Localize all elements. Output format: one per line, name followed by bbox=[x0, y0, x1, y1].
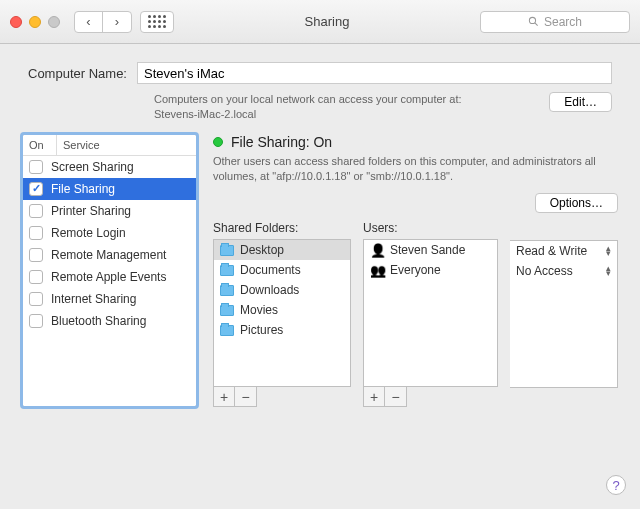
service-row[interactable]: Internet Sharing bbox=[23, 288, 196, 310]
detail-pane: File Sharing: On Other users can access … bbox=[213, 134, 618, 408]
svg-point-0 bbox=[529, 17, 535, 23]
service-checkbox[interactable] bbox=[29, 314, 43, 328]
traffic-lights bbox=[10, 16, 60, 28]
service-label: Remote Management bbox=[51, 248, 166, 262]
folder-row[interactable]: Pictures bbox=[214, 320, 350, 340]
add-folder-button[interactable]: + bbox=[214, 387, 235, 406]
computer-name-subrow: Computers on your local network can acce… bbox=[0, 90, 640, 134]
permission-row[interactable]: Read & Write▴▾ bbox=[510, 241, 617, 261]
computer-name-label: Computer Name: bbox=[28, 66, 127, 81]
search-input[interactable]: Search bbox=[480, 11, 630, 33]
permissions-list[interactable]: Read & Write▴▾No Access▴▾ bbox=[510, 240, 618, 388]
computer-name-description: Computers on your local network can acce… bbox=[154, 92, 535, 122]
service-label: Screen Sharing bbox=[51, 160, 134, 174]
edit-hostname-button[interactable]: Edit… bbox=[549, 92, 612, 112]
close-window-button[interactable] bbox=[10, 16, 22, 28]
service-row[interactable]: Remote Apple Events bbox=[23, 266, 196, 288]
service-row[interactable]: File Sharing bbox=[23, 178, 196, 200]
service-checkbox[interactable] bbox=[29, 182, 43, 196]
services-header-on: On bbox=[23, 135, 57, 155]
users-controls: + − bbox=[363, 387, 407, 407]
service-checkbox[interactable] bbox=[29, 204, 43, 218]
permission-value: No Access bbox=[516, 264, 573, 278]
shared-folders-label: Shared Folders: bbox=[213, 221, 351, 235]
window-titlebar: ‹ › Sharing Search bbox=[0, 0, 640, 44]
group-icon: 👥 bbox=[370, 263, 384, 278]
add-user-button[interactable]: + bbox=[364, 387, 385, 406]
folder-name: Documents bbox=[240, 263, 301, 277]
folder-icon bbox=[220, 245, 234, 256]
permissions-column: Read & Write▴▾No Access▴▾ bbox=[510, 221, 618, 407]
folder-icon bbox=[220, 265, 234, 276]
permission-stepper-icon[interactable]: ▴▾ bbox=[606, 246, 611, 256]
folder-name: Downloads bbox=[240, 283, 299, 297]
status-row: File Sharing: On bbox=[213, 134, 618, 150]
minimize-window-button[interactable] bbox=[29, 16, 41, 28]
user-row[interactable]: 👤Steven Sande bbox=[364, 240, 497, 260]
grid-icon bbox=[148, 15, 166, 28]
window-title: Sharing bbox=[182, 14, 472, 29]
columns: Shared Folders: DesktopDocumentsDownload… bbox=[213, 221, 618, 407]
users-column: Users: 👤Steven Sande👥Everyone + − bbox=[363, 221, 498, 407]
folder-name: Movies bbox=[240, 303, 278, 317]
permission-row[interactable]: No Access▴▾ bbox=[510, 261, 617, 281]
user-name: Everyone bbox=[390, 263, 441, 277]
help-button[interactable]: ? bbox=[606, 475, 626, 495]
service-checkbox[interactable] bbox=[29, 270, 43, 284]
computer-name-row: Computer Name: bbox=[0, 44, 640, 90]
service-label: Bluetooth Sharing bbox=[51, 314, 146, 328]
service-label: Printer Sharing bbox=[51, 204, 131, 218]
permission-value: Read & Write bbox=[516, 244, 587, 258]
services-header: On Service bbox=[23, 135, 196, 156]
person-icon: 👤 bbox=[370, 243, 384, 258]
computer-name-field[interactable] bbox=[137, 62, 612, 84]
shared-folders-list[interactable]: DesktopDocumentsDownloadsMoviesPictures bbox=[213, 239, 351, 387]
folder-name: Desktop bbox=[240, 243, 284, 257]
forward-button[interactable]: › bbox=[103, 12, 131, 32]
service-label: Remote Login bbox=[51, 226, 126, 240]
services-list[interactable]: On Service Screen SharingFile SharingPri… bbox=[22, 134, 197, 408]
service-checkbox[interactable] bbox=[29, 292, 43, 306]
service-row[interactable]: Printer Sharing bbox=[23, 200, 196, 222]
search-icon bbox=[528, 16, 539, 27]
nav-back-forward: ‹ › bbox=[74, 11, 132, 33]
folder-icon bbox=[220, 305, 234, 316]
main-content: On Service Screen SharingFile SharingPri… bbox=[0, 134, 640, 430]
users-list[interactable]: 👤Steven Sande👥Everyone bbox=[363, 239, 498, 387]
user-row[interactable]: 👥Everyone bbox=[364, 260, 497, 280]
back-button[interactable]: ‹ bbox=[75, 12, 103, 32]
show-all-button[interactable] bbox=[140, 11, 174, 33]
status-title: File Sharing: On bbox=[231, 134, 332, 150]
service-row[interactable]: Remote Management bbox=[23, 244, 196, 266]
zoom-window-button[interactable] bbox=[48, 16, 60, 28]
remove-user-button[interactable]: − bbox=[385, 387, 406, 406]
folder-row[interactable]: Movies bbox=[214, 300, 350, 320]
remove-folder-button[interactable]: − bbox=[235, 387, 256, 406]
status-description: Other users can access shared folders on… bbox=[213, 154, 618, 184]
service-label: Remote Apple Events bbox=[51, 270, 166, 284]
service-label: Internet Sharing bbox=[51, 292, 136, 306]
folder-row[interactable]: Downloads bbox=[214, 280, 350, 300]
service-row[interactable]: Screen Sharing bbox=[23, 156, 196, 178]
search-placeholder: Search bbox=[544, 15, 582, 29]
folder-name: Pictures bbox=[240, 323, 283, 337]
status-indicator-icon bbox=[213, 137, 223, 147]
service-checkbox[interactable] bbox=[29, 226, 43, 240]
folder-icon bbox=[220, 285, 234, 296]
service-label: File Sharing bbox=[51, 182, 115, 196]
service-row[interactable]: Remote Login bbox=[23, 222, 196, 244]
folder-icon bbox=[220, 325, 234, 336]
shared-folders-column: Shared Folders: DesktopDocumentsDownload… bbox=[213, 221, 351, 407]
services-header-service: Service bbox=[57, 135, 196, 155]
shared-folders-controls: + − bbox=[213, 387, 257, 407]
service-checkbox[interactable] bbox=[29, 248, 43, 262]
service-row[interactable]: Bluetooth Sharing bbox=[23, 310, 196, 332]
folder-row[interactable]: Documents bbox=[214, 260, 350, 280]
service-checkbox[interactable] bbox=[29, 160, 43, 174]
user-name: Steven Sande bbox=[390, 243, 465, 257]
permission-stepper-icon[interactable]: ▴▾ bbox=[606, 266, 611, 276]
svg-line-1 bbox=[535, 23, 538, 26]
folder-row[interactable]: Desktop bbox=[214, 240, 350, 260]
options-button[interactable]: Options… bbox=[535, 193, 618, 213]
users-label: Users: bbox=[363, 221, 498, 235]
